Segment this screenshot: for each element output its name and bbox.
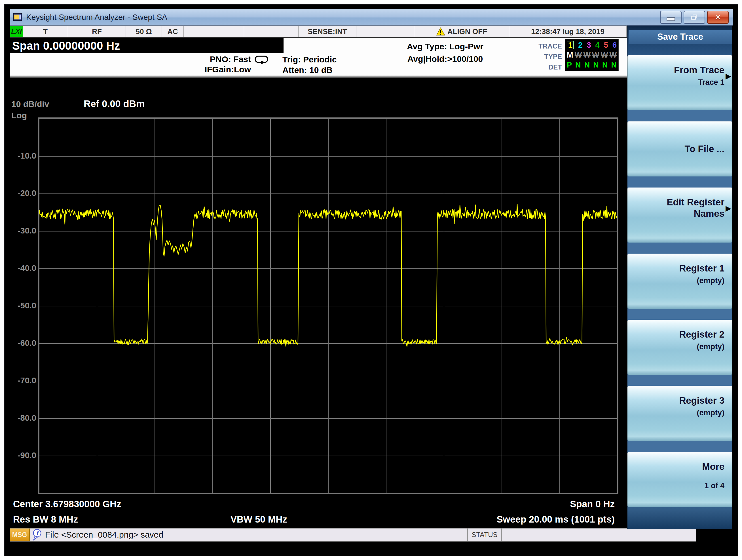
span-label: Span 0 Hz bbox=[510, 499, 615, 510]
softkey-label: Register 3 bbox=[679, 395, 725, 406]
span-readout: Span 0.00000000 Hz bbox=[10, 38, 283, 53]
status-cell-12-38-47-lug-18-2019: 12:38:47 lug 18, 2019 bbox=[509, 26, 627, 37]
status-cell-ac: AC bbox=[162, 26, 184, 37]
avg-hold-label: Avg|Hold:>100/100 bbox=[386, 53, 505, 65]
status-cell-t: T bbox=[23, 26, 68, 37]
status-cell-sense-int: SENSE:INT bbox=[299, 26, 356, 37]
status-cell-blank bbox=[244, 26, 299, 37]
softkey-menu-panel: Save Trace From TraceTrace 1▶To File ...… bbox=[627, 26, 732, 529]
softkey-sublabel: (empty) bbox=[697, 409, 725, 417]
status-cell-blank bbox=[184, 26, 244, 37]
legend-row-trace: 123456 bbox=[567, 41, 617, 49]
legend-item-type-w: W bbox=[575, 51, 582, 59]
message-text: File <Screen_0084.png> saved bbox=[45, 528, 163, 541]
status-cell-rf: RF bbox=[68, 26, 126, 37]
softkey-label: Edit Register bbox=[667, 197, 725, 208]
meas-bar-shadow bbox=[10, 75, 627, 78]
avg-type-label: Avg Type: Log-Pwr bbox=[386, 40, 505, 53]
minimize-icon bbox=[667, 17, 675, 21]
trace-svg bbox=[39, 118, 617, 493]
graticule-plot-area bbox=[38, 117, 618, 494]
legend-item-type-w: W bbox=[592, 51, 599, 59]
atten-label: Atten: 10 dB bbox=[282, 65, 379, 75]
legend-item-trace-4: 4 bbox=[595, 41, 600, 49]
softkey-label: Names bbox=[694, 208, 725, 219]
trace-legend-box: 123456MWWWWWPNNNNN bbox=[565, 39, 619, 71]
trig-atten-block: Trig: Periodic Atten: 10 dB bbox=[282, 54, 379, 75]
softkey-register-1[interactable]: Register 1(empty) bbox=[628, 254, 732, 309]
scale-label: 10 dB/div bbox=[11, 99, 49, 109]
pno-label: PNO: Fast bbox=[170, 54, 251, 64]
legend-item-trace-5: 5 bbox=[604, 41, 608, 49]
ifgain-label: IFGain:Low bbox=[170, 64, 251, 74]
softkey-label: From Trace bbox=[674, 64, 725, 76]
softkey-label: Register 1 bbox=[679, 263, 725, 274]
log-mode-label: Log bbox=[11, 111, 27, 120]
legend-item-det-p: P bbox=[567, 61, 572, 69]
legend-row-det: PNNNNN bbox=[567, 61, 617, 69]
status-bar: LXITRF50 ΩACSENSE:INTALIGN OFF12:38:47 l… bbox=[10, 26, 627, 38]
legend-item-type-w: W bbox=[601, 51, 608, 59]
res-bw-label: Res BW 8 MHz bbox=[13, 514, 78, 525]
softkey-edit-register-names[interactable]: Edit RegisterNames▶ bbox=[628, 188, 732, 243]
legend-item-det-n: N bbox=[593, 61, 599, 69]
softkey-label: To File ... bbox=[684, 143, 725, 155]
softkey-label: More bbox=[702, 461, 725, 472]
msg-badge: MSG bbox=[10, 528, 30, 541]
legend-row-type: MWWWWW bbox=[567, 51, 617, 59]
legend-item-trace-6: 6 bbox=[613, 41, 617, 49]
softkey-label: Register 2 bbox=[679, 329, 725, 340]
window-title: Keysight Spectrum Analyzer - Swept SA bbox=[26, 13, 167, 22]
vbw-label: VBW 50 MHz bbox=[230, 514, 287, 525]
status-cell-blank bbox=[356, 26, 414, 37]
warning-icon bbox=[436, 27, 445, 36]
ref-level-label: Ref 0.00 dBm bbox=[84, 98, 145, 109]
pno-ifgain-block: PNO: Fast IFGain:Low bbox=[170, 54, 251, 74]
legend-item-trace-2: 2 bbox=[578, 41, 582, 49]
legend-label-type: TYPE bbox=[522, 51, 562, 62]
legend-item-type-w: W bbox=[609, 51, 617, 59]
app-icon bbox=[12, 12, 23, 23]
message-bar: MSG i File <Screen_0084.png> saved STATU… bbox=[10, 528, 696, 542]
status-cell: STATUS bbox=[467, 528, 502, 541]
title-bar: Keysight Spectrum Analyzer - Swept SA ✕ bbox=[10, 9, 733, 26]
close-button[interactable]: ✕ bbox=[707, 11, 729, 24]
restore-icon bbox=[691, 14, 698, 20]
center-freq-label: Center 3.679830000 GHz bbox=[13, 499, 121, 510]
softkey-from-trace[interactable]: From TraceTrace 1▶ bbox=[628, 55, 732, 110]
legend-item-trace-3: 3 bbox=[587, 41, 591, 49]
softkey-register-2[interactable]: Register 2(empty) bbox=[628, 320, 732, 375]
softkey-sublabel: 1 of 4 bbox=[704, 481, 725, 490]
restore-button[interactable] bbox=[684, 11, 705, 24]
close-icon: ✕ bbox=[715, 13, 721, 22]
softkey-sublabel: Trace 1 bbox=[698, 78, 725, 87]
trace-legend-labels: TRACETYPEDET bbox=[522, 41, 562, 72]
legend-label-det: DET bbox=[522, 62, 562, 72]
softkey-sublabel: (empty) bbox=[697, 343, 725, 351]
submenu-arrow-icon: ▶ bbox=[726, 72, 731, 81]
legend-item-type-m: M bbox=[567, 51, 573, 59]
menu-title: Save Trace bbox=[629, 30, 732, 44]
status-cell-align-off: ALIGN OFF bbox=[414, 26, 509, 37]
legend-item-det-n: N bbox=[602, 61, 608, 69]
trigger-label: Trig: Periodic bbox=[282, 54, 379, 65]
legend-item-det-n: N bbox=[584, 61, 590, 69]
continuous-sweep-icon bbox=[254, 55, 269, 65]
info-icon: i bbox=[32, 529, 42, 541]
submenu-arrow-icon: ▶ bbox=[726, 204, 731, 213]
softkey-to-file[interactable]: To File ... bbox=[628, 121, 732, 176]
softkey-more[interactable]: More1 of 4 bbox=[628, 452, 732, 507]
minimize-button[interactable] bbox=[660, 11, 682, 24]
window-controls: ✕ bbox=[660, 11, 733, 24]
legend-item-det-n: N bbox=[611, 61, 617, 69]
legend-label-trace: TRACE bbox=[522, 41, 562, 51]
legend-item-det-n: N bbox=[575, 61, 581, 69]
trace-1-polyline bbox=[39, 204, 617, 346]
status-cell-lxi: LXI bbox=[10, 26, 23, 37]
status-cell-50: 50 Ω bbox=[126, 26, 162, 37]
legend-item-type-w: W bbox=[583, 51, 590, 59]
softkey-sublabel: (empty) bbox=[697, 276, 725, 285]
softkey-register-3[interactable]: Register 3(empty) bbox=[628, 386, 732, 441]
legend-item-trace-1: 1 bbox=[567, 41, 574, 49]
avg-block: Avg Type: Log-Pwr Avg|Hold:>100/100 bbox=[386, 40, 505, 65]
